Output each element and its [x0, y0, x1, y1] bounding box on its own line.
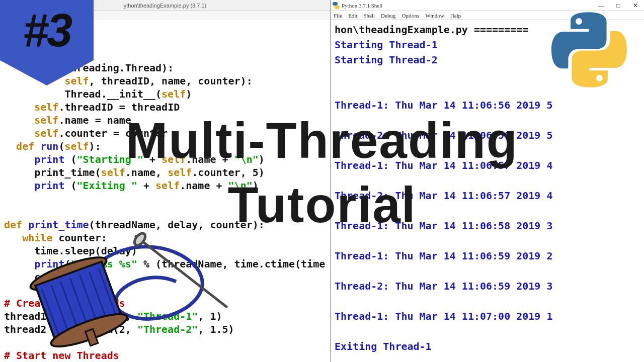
shell-menu-item[interactable]: Debug: [378, 13, 398, 19]
episode-number: #3: [0, 0, 94, 60]
close-button[interactable]: ✕: [627, 0, 644, 11]
shell-title-text: Python 3.7.1 Shell: [342, 0, 593, 11]
shell-menu-item[interactable]: Options: [398, 13, 422, 19]
shell-menu-item[interactable]: Window: [422, 13, 447, 19]
shell-output-line: [335, 294, 640, 309]
shell-menu-item[interactable]: Shell: [360, 13, 378, 19]
episode-badge: #3: [0, 0, 94, 85]
shell-output-line: Exiting Thread-1: [335, 339, 640, 354]
shell-output-line: [335, 324, 640, 339]
python-logo-icon: [551, 12, 627, 87]
shell-output-line: Thread-1: Thu Mar 14 11:06:59 2019 2: [335, 248, 640, 263]
maximize-button[interactable]: □: [610, 0, 627, 11]
shell-menu-item[interactable]: Edit: [345, 13, 360, 19]
title-line-1: Multi-Threading: [0, 108, 644, 172]
shell-output-line: [335, 263, 640, 279]
shell-menu-item[interactable]: File: [331, 13, 345, 19]
python-icon: [333, 2, 340, 9]
shell-output-line: [335, 354, 640, 362]
code-line: Thread.__init__(self): [4, 87, 330, 101]
shell-menu-item[interactable]: Help: [447, 13, 464, 19]
thread-spool-icon: [20, 216, 231, 357]
shell-output-line: Thread-1: Thu Mar 14 11:07:00 2019 1: [335, 309, 640, 324]
shell-titlebar: Python 3.7.1 Shell — □ ✕: [331, 0, 644, 11]
shell-output-line: Thread-2: Thu Mar 14 11:06:59 2019 3: [335, 279, 640, 294]
minimize-button[interactable]: —: [593, 0, 610, 11]
